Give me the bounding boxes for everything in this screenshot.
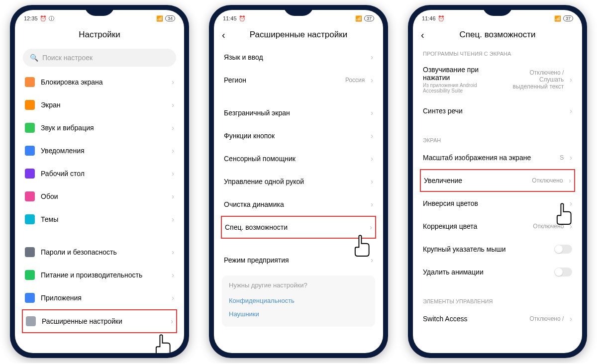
phone-frame-1: 12:35 ⏰ ⓘ 📶 34 Настройки 🔍 Поиск настрое… xyxy=(10,5,189,358)
settings-row-очистка-динамика[interactable]: Очистка динамика› xyxy=(216,193,381,216)
footer-link-privacy[interactable]: Конфиденциальность xyxy=(229,294,368,307)
search-icon: 🔍 xyxy=(30,54,38,62)
search-input[interactable]: 🔍 Поиск настроек xyxy=(23,49,176,67)
footer-link-headphones[interactable]: Наушники xyxy=(229,307,368,321)
row-icon xyxy=(25,123,35,133)
chevron-right-icon: › xyxy=(172,124,174,132)
row-icon xyxy=(25,100,35,110)
settings-row-режим-предприятия[interactable]: Режим предприятия› xyxy=(216,249,381,272)
toggle-switch[interactable] xyxy=(554,268,572,276)
settings-row-крупный-указатель-мыши[interactable]: Крупный указатель мыши xyxy=(415,238,580,261)
row-value: Россия xyxy=(345,77,365,84)
settings-row-масштаб-изображения-на-экране[interactable]: Масштаб изображения на экранеS› xyxy=(415,146,580,169)
chevron-right-icon: › xyxy=(570,222,572,230)
section-screen-readers: ПРОГРАММЫ ЧТЕНИЯ С ЭКРАНА xyxy=(415,46,580,60)
section-controls: ЭЛЕМЕНТЫ УПРАВЛЕНИЯ xyxy=(415,293,580,307)
settings-list[interactable]: Блокировка экрана›Экран›Звук и вибрация›… xyxy=(15,71,184,353)
row-label: Темы xyxy=(41,215,166,223)
toggle-switch[interactable] xyxy=(554,245,572,254)
chevron-right-icon: › xyxy=(371,109,373,117)
alarm-icon: ⏰ xyxy=(239,15,246,22)
chevron-right-icon: › xyxy=(172,271,174,279)
alarm-icon: ⏰ xyxy=(438,15,445,22)
settings-row-блокировка-экрана[interactable]: Блокировка экрана› xyxy=(17,71,182,93)
chevron-right-icon: › xyxy=(370,223,372,231)
row-icon xyxy=(25,77,35,87)
signal-icon: 📶 xyxy=(156,15,163,22)
chevron-right-icon: › xyxy=(371,256,373,264)
row-value: Отключено xyxy=(533,223,564,230)
settings-row-обои[interactable]: Обои› xyxy=(17,185,182,208)
row-value: Отключено / Слушать выделенный текст xyxy=(504,69,564,90)
row-icon xyxy=(25,146,35,156)
settings-row-switch-access[interactable]: Switch AccessОтключено /› xyxy=(415,307,580,330)
settings-row-функции-кнопок[interactable]: Функции кнопок› xyxy=(216,124,381,147)
row-label: Приложения xyxy=(41,294,166,302)
chevron-right-icon: › xyxy=(172,215,174,223)
row-label: Спец. возможности xyxy=(225,223,364,231)
row-icon xyxy=(25,247,35,257)
status-time: 11:46 xyxy=(422,15,436,21)
settings-row-приложения[interactable]: Приложения› xyxy=(17,286,182,309)
settings-row-сенсорный-помощник[interactable]: Сенсорный помощник› xyxy=(216,147,381,170)
settings-row-звук-и-вибрация[interactable]: Звук и вибрация› xyxy=(17,116,182,139)
settings-row-расширенные-настройки[interactable]: Расширенные настройки› xyxy=(22,309,177,333)
row-label: Синтез речи xyxy=(423,107,564,115)
chevron-right-icon: › xyxy=(371,132,373,140)
chevron-right-icon: › xyxy=(171,317,173,325)
chevron-right-icon: › xyxy=(371,155,373,163)
signal-icon: 📶 xyxy=(554,15,561,22)
status-time: 11:45 xyxy=(223,15,237,21)
settings-row-синтез-речи[interactable]: Синтез речи› xyxy=(415,99,580,122)
row-label: Язык и ввод xyxy=(224,53,365,61)
settings-row-темы[interactable]: Темы› xyxy=(17,208,182,231)
row-label: Блокировка экрана xyxy=(41,78,166,86)
battery-indicator: 34 xyxy=(165,15,175,21)
settings-row-пароли-и-безопасность[interactable]: Пароли и безопасность› xyxy=(17,241,182,264)
row-label: Питание и производительность xyxy=(41,271,166,279)
row-label: Озвучивание при нажатии xyxy=(423,66,498,82)
settings-row-рабочий-стол[interactable]: Рабочий стол› xyxy=(17,162,182,185)
settings-row-спец-возможности[interactable]: Спец. возможности› xyxy=(221,216,376,239)
settings-row-инверсия-цветов[interactable]: Инверсия цветов› xyxy=(415,192,580,215)
section-screen: ЭКРАН xyxy=(415,132,580,146)
chevron-right-icon: › xyxy=(569,177,571,184)
settings-list[interactable]: Язык и ввод›РегионРоссия› Безграничный э… xyxy=(214,46,383,353)
screen-1: 12:35 ⏰ ⓘ 📶 34 Настройки 🔍 Поиск настрое… xyxy=(15,10,184,353)
row-label: Экран xyxy=(41,101,166,109)
settings-row-питание-и-производительность[interactable]: Питание и производительность› xyxy=(17,264,182,286)
row-label: Режим предприятия xyxy=(224,256,365,264)
page-title: Настройки xyxy=(23,30,176,40)
row-label: Управление одной рукой xyxy=(224,178,365,185)
footer-suggestions: Нужны другие настройки? Конфиденциальнос… xyxy=(222,275,375,327)
settings-row-управление-одной-рукой[interactable]: Управление одной рукой› xyxy=(216,170,381,193)
chevron-right-icon: › xyxy=(371,178,373,185)
chevron-right-icon: › xyxy=(172,101,174,109)
settings-row-озвучивание-при-нажатии[interactable]: Озвучивание при нажатииИз приложения And… xyxy=(415,60,580,99)
phone-frame-3: 11:46 ⏰ 📶 37 ‹ Спец. возможности ПРОГРАМ… xyxy=(408,5,587,358)
chevron-right-icon: › xyxy=(172,192,174,200)
page-title: Спец. возможности xyxy=(421,30,574,40)
settings-row-уведомления[interactable]: Уведомления› xyxy=(17,139,182,162)
chevron-right-icon: › xyxy=(570,76,572,84)
settings-row-удалить-анимации[interactable]: Удалить анимации xyxy=(415,261,580,283)
row-value: Отключено / xyxy=(529,315,564,322)
row-label: Функции кнопок xyxy=(224,132,365,140)
settings-list[interactable]: ПРОГРАММЫ ЧТЕНИЯ С ЭКРАНА Озвучивание пр… xyxy=(413,46,582,353)
row-label: Пароли и безопасность xyxy=(41,248,166,256)
settings-row-увеличение[interactable]: УвеличениеОтключено› xyxy=(420,169,575,192)
back-button[interactable]: ‹ xyxy=(421,29,424,41)
chevron-right-icon: › xyxy=(570,199,572,207)
row-label: Масштаб изображения на экране xyxy=(423,154,554,162)
settings-row-экран[interactable]: Экран› xyxy=(17,93,182,116)
phone-frame-2: 11:45 ⏰ 📶 37 ‹ Расширенные настройки Язы… xyxy=(209,5,388,358)
row-label: Регион xyxy=(224,76,339,84)
settings-row-регион[interactable]: РегионРоссия› xyxy=(216,69,381,91)
row-label: Обои xyxy=(41,192,166,200)
settings-row-язык-и-ввод[interactable]: Язык и ввод› xyxy=(216,46,381,69)
settings-row-коррекция-цвета[interactable]: Коррекция цветаОтключено› xyxy=(415,215,580,238)
chevron-right-icon: › xyxy=(371,76,373,84)
row-icon xyxy=(25,214,35,224)
back-button[interactable]: ‹ xyxy=(222,29,225,41)
settings-row-безграничный-экран[interactable]: Безграничный экран› xyxy=(216,101,381,124)
